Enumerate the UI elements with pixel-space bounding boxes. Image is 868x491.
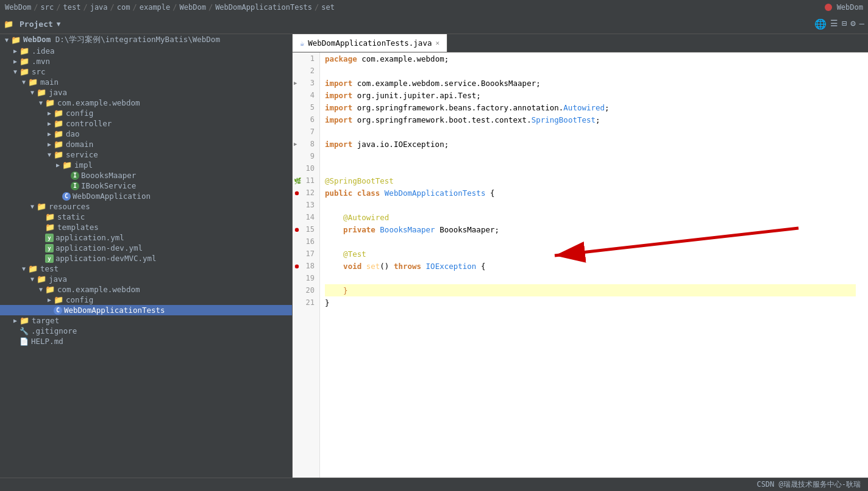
tree-label: application.yml	[55, 233, 124, 242]
code-text: BoooksMaaper;	[435, 225, 499, 234]
tree-label: test	[40, 264, 59, 273]
tree-label: .gitignore	[31, 326, 77, 335]
minimize-icon[interactable]: —	[859, 18, 864, 30]
tab-close-button[interactable]: ✕	[435, 39, 439, 47]
folder-icon: 📁	[37, 88, 46, 97]
tree-item-service[interactable]: ▼ 📁 service	[0, 149, 292, 160]
line-num-text: 14	[306, 213, 315, 221]
tree-item[interactable]: ▼ 📁 main	[0, 77, 292, 87]
tree-item[interactable]: I IBookService	[0, 181, 292, 191]
tree-item-webdomapplicationtests[interactable]: C WebDomApplicationTests	[0, 305, 292, 315]
tree-item[interactable]: ▶ 📁 config	[0, 108, 292, 118]
code-text: ()	[380, 262, 394, 271]
tree-item[interactable]: ▼ 📁 src	[0, 66, 292, 77]
breadcrumb-item[interactable]: WebDom	[180, 3, 206, 12]
tree-item[interactable]: ▼ 📁 test	[0, 263, 292, 274]
tree-item[interactable]: ▶ 📁 controller	[0, 118, 292, 129]
code-text: java.io.IOException;	[357, 140, 449, 149]
code-text: org.springframework.boot.test.context.	[357, 115, 532, 124]
status-text: CSDN @瑞晟技术服务中心-耿瑞	[756, 479, 861, 490]
code-line-4: import org.junit.jupiter.api.Test;	[325, 89, 856, 101]
tree-arrow: ▶	[11, 317, 20, 324]
filter-icon[interactable]: ⊟	[842, 18, 847, 30]
code-line-5: import org.springframework.beans.factory…	[325, 101, 856, 113]
tree-item[interactable]: 📄 HELP.md	[0, 336, 292, 346]
tree-item[interactable]: y application-dev.yml	[0, 243, 292, 253]
tree-label: .idea	[32, 46, 55, 56]
line-number: 4	[293, 89, 319, 101]
breadcrumb-item[interactable]: WebDom	[5, 3, 31, 12]
tree-item[interactable]: C WebDomApplication	[0, 191, 292, 201]
folder-icon: 📁	[54, 109, 63, 118]
code-text: org.springframework.beans.factory.annota…	[357, 103, 564, 112]
breadcrumb-item[interactable]: set	[321, 3, 335, 12]
class-badge: C	[62, 192, 71, 201]
breadcrumb-item[interactable]: java	[90, 3, 108, 12]
tree-item[interactable]: y application.yml	[0, 232, 292, 243]
annotation: @Test	[343, 249, 366, 259]
breakpoint-icon: 🌿	[294, 177, 301, 184]
tree-arrow: ▶	[45, 141, 54, 148]
line-number: 5	[293, 101, 319, 113]
tree-item[interactable]: ▼ 📁 com.example.webdom	[0, 284, 292, 295]
editor-area[interactable]: 1 2 ▶ 3 4 5 6 7 ▶ 8 9 10	[293, 52, 868, 478]
tree-item[interactable]: y application-devMVC.yml	[0, 253, 292, 263]
breadcrumb-item[interactable]: com	[117, 3, 130, 12]
tree-label: config	[66, 109, 93, 118]
tree-item-templates[interactable]: ▶ 📁 templates	[0, 222, 292, 232]
line-number: 20	[293, 284, 319, 296]
code-line-11: @SpringBootTest	[325, 174, 856, 187]
line-number: 16	[293, 235, 319, 248]
tree-item[interactable]: ▶ 📁 .mvn	[0, 56, 292, 66]
line-num-text: 2	[310, 66, 315, 75]
tree-label: templates	[57, 223, 99, 232]
line-num-text: 1	[310, 54, 315, 63]
keyword: import	[325, 115, 357, 124]
top-right-label: WebDom	[837, 3, 863, 12]
line-number: ⏺ 15	[293, 223, 319, 235]
editor-panel: ☕ WebDomApplicationTests.java ✕ 1 2 ▶ 3 …	[293, 34, 868, 478]
code-text	[325, 249, 343, 259]
tree-arrow: ▼	[11, 68, 20, 75]
tree-label: WebDomApplication	[73, 192, 151, 201]
tree-item[interactable]: ▶ 📁 config	[0, 295, 292, 305]
line-num-text: 13	[306, 201, 315, 209]
tab-webdomapplicationtests[interactable]: ☕ WebDomApplicationTests.java ✕	[293, 34, 447, 52]
breadcrumb-item[interactable]: src	[41, 3, 54, 12]
tree-item[interactable]: ▶ 📁 target	[0, 315, 292, 326]
keyword: class	[357, 188, 385, 198]
tree-item[interactable]: I BoooksMaaper	[0, 170, 292, 181]
breadcrumb-item[interactable]: test	[63, 3, 81, 12]
tree-item[interactable]: ▶ 📁 static	[0, 212, 292, 222]
main-container: ▼ 📁 WebDom D:\学习案例\integrationMyBatis\We…	[0, 34, 868, 478]
breadcrumb-item[interactable]: WebDomApplicationTests	[215, 3, 312, 12]
code-container: 1 2 ▶ 3 4 5 6 7 ▶ 8 9 10	[293, 52, 868, 478]
tab-file-icon: ☕	[300, 39, 304, 48]
tree-item[interactable]: ▶ 📁 .idea	[0, 46, 292, 56]
folder-icon: 📁	[62, 160, 72, 170]
code-content[interactable]: package com.example.webdom; import com.e…	[320, 52, 868, 478]
tree-item[interactable]: ▼ 📁 java	[0, 274, 292, 284]
class-name: IOException	[426, 262, 477, 271]
folder-icon: 📁	[20, 316, 29, 325]
tree-label: src	[32, 67, 46, 76]
tree-item[interactable]: ▼ 📁 resources	[0, 201, 292, 212]
dropdown-arrow-icon[interactable]: ▼	[57, 20, 61, 28]
tree-item[interactable]: ▶ 📁 domain	[0, 139, 292, 149]
tree-item[interactable]: ▼ 📁 com.example.webdom	[0, 98, 292, 108]
tree-item[interactable]: ▶ 📁 impl	[0, 160, 292, 170]
class-name: WebDomApplicationTests	[385, 188, 486, 198]
code-text	[325, 225, 343, 234]
list-icon[interactable]: ☰	[830, 18, 838, 30]
tree-item[interactable]: ▶ 📁 dao	[0, 129, 292, 139]
tree-label: impl	[74, 160, 93, 170]
folder-icon: 📁	[45, 223, 55, 232]
tree-item[interactable]: ▼ 📁 java	[0, 87, 292, 98]
project-label[interactable]: Project	[20, 20, 53, 29]
gear-icon[interactable]: ⚙	[850, 18, 855, 30]
tree-label: HELP.md	[31, 337, 63, 346]
tree-root[interactable]: ▼ 📁 WebDom D:\学习案例\integrationMyBatis\We…	[0, 34, 292, 46]
globe-icon[interactable]: 🌐	[814, 18, 827, 30]
tree-item[interactable]: 🔧 .gitignore	[0, 326, 292, 336]
breadcrumb-item[interactable]: example	[140, 3, 171, 12]
